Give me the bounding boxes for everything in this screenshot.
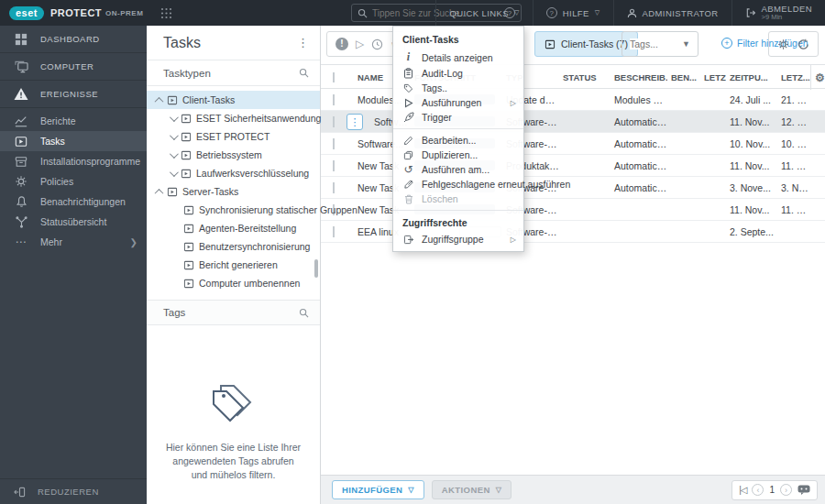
access-group-icon	[402, 235, 414, 245]
run-icon[interactable]: ▷	[356, 38, 364, 50]
tree-item-eset-sicherheitsanwendung[interactable]: ESET Sicherheitsanwendung	[147, 109, 320, 127]
tree-item-server-tasks[interactable]: Server-Tasks	[147, 182, 320, 201]
tags-filter-dropdown[interactable]: ▼	[622, 31, 698, 57]
menu-item-label: Löschen	[422, 193, 458, 204]
menu-item-fehlgeschlagene-erneut[interactable]: Fehlgeschlagene erneut ausführen	[393, 177, 523, 192]
row-checkbox[interactable]	[333, 94, 335, 105]
pen-retry-icon	[402, 180, 414, 190]
menu-item-details-anzeigen[interactable]: i Details anzeigen	[393, 49, 523, 66]
info-icon: i	[402, 50, 414, 64]
next-page-icon[interactable]: ›	[780, 484, 792, 496]
column-header-ben[interactable]: BEN...	[667, 72, 700, 82]
chevron-down-icon: ▼	[682, 39, 690, 49]
logout-button[interactable]: ABMELDEN >9 Min	[732, 0, 825, 26]
row-checkbox[interactable]	[333, 226, 335, 237]
collapse-icon	[14, 487, 26, 498]
user-icon	[627, 8, 637, 18]
select-all-checkbox[interactable]	[333, 72, 335, 82]
sidebar-item-ereignisse[interactable]: EREIGNISSE	[0, 81, 147, 108]
help-label: HILFE	[563, 8, 589, 18]
tree-item-laufwerksverschluesselung[interactable]: Laufwerksverschlüsselung	[147, 164, 320, 182]
tree-item-computer-umbenennen[interactable]: Computer umbenennen	[147, 274, 320, 292]
more-dots-icon: ⋯	[14, 236, 28, 248]
help-menu[interactable]: ? HILFE▽	[533, 0, 613, 26]
sidebar-item-tasks[interactable]: Tasks	[0, 131, 147, 151]
gear-icon	[14, 175, 28, 188]
chevron-down-icon: ▽	[408, 486, 414, 494]
menu-item-ausfuehren-am[interactable]: ↺ Ausführen am...	[393, 162, 523, 177]
schedule-icon[interactable]	[371, 38, 383, 50]
tree-item-bericht-generieren[interactable]: Bericht generieren	[147, 256, 320, 274]
menu-item-duplizieren[interactable]: Duplizieren...	[393, 148, 523, 162]
column-header-beschreibung[interactable]: BESCHREIB...	[610, 72, 667, 82]
row-checkbox[interactable]	[333, 182, 335, 193]
first-page-icon[interactable]: |◁	[739, 485, 746, 495]
menu-item-ausfuehrungen[interactable]: Ausführungen ▷	[393, 95, 523, 110]
hinzufuegen-label: HINZUFÜGEN	[342, 485, 402, 495]
collapse-sidebar-button[interactable]: REDUZIEREN	[0, 478, 147, 504]
app-grid-icon[interactable]	[160, 7, 172, 19]
tag-icon	[402, 83, 414, 93]
column-header-zeitpunkt[interactable]: ZEITPU...	[726, 72, 777, 82]
sidebar-item-dashboard[interactable]: DASHBOARD	[0, 26, 147, 53]
tree-item-betriebssystem[interactable]: Betriebssystem	[147, 146, 320, 164]
search-icon[interactable]	[299, 308, 309, 318]
sidebar-item-benachrichtigungen[interactable]: Benachrichtigungen	[0, 192, 147, 212]
history-icon: ↺	[402, 164, 414, 175]
sidebar-item-computer[interactable]: COMPUTER	[0, 53, 147, 81]
tasktype-icon	[181, 150, 192, 160]
menu-item-audit-log[interactable]: Audit-Log	[393, 66, 523, 81]
expand-caret-icon[interactable]	[170, 149, 179, 159]
feedback-bubble-icon[interactable]	[798, 485, 810, 495]
task-zeitpunkt: 24. Juli ...	[726, 94, 777, 105]
submenu-arrow-icon: ▷	[511, 99, 516, 107]
expand-caret-icon[interactable]	[170, 131, 179, 140]
chevron-down-icon: ▽	[496, 486, 502, 494]
expand-caret-icon[interactable]	[170, 168, 179, 177]
tree-item-benutzersynchronisierung[interactable]: Benutzersynchronisierung	[147, 237, 320, 256]
hinzufuegen-button[interactable]: HINZUFÜGEN▽	[332, 480, 424, 499]
details-icon[interactable]: !	[336, 38, 348, 50]
menu-item-zugriffsgruppe[interactable]: Zugriffsgruppe ▷	[393, 232, 523, 247]
panel-menu-icon[interactable]: ⋮	[297, 36, 309, 49]
menu-item-tags[interactable]: Tags..	[393, 81, 523, 95]
search-icon[interactable]	[299, 68, 309, 78]
collapse-caret-icon[interactable]	[155, 188, 164, 197]
refresh-icon[interactable]	[798, 38, 809, 50]
row-checkbox[interactable]	[333, 160, 335, 171]
tree-item-agenten-bereitstellung[interactable]: Agenten-Bereitstellung	[147, 219, 320, 237]
task-zeitpunkt: 11. Nov...	[726, 116, 777, 127]
tree-item-client-tasks[interactable]: Client-Tasks	[147, 91, 320, 109]
quick-links-menu[interactable]: QUICK LINKS▽	[435, 0, 532, 26]
row-context-menu-button[interactable]: ⋮	[346, 114, 363, 130]
sidebar-item-installationsprogramme[interactable]: Installationsprogramme	[0, 151, 147, 171]
user-menu[interactable]: ADMINISTRATOR	[613, 0, 732, 26]
previous-page-icon[interactable]: ‹	[752, 484, 764, 496]
tree-item-synchronisierung[interactable]: Synchronisierung statischer Gruppen	[147, 201, 320, 219]
alert-triangle-icon	[14, 87, 28, 101]
column-header-letz1[interactable]: LETZ...	[700, 72, 726, 82]
menu-item-label: Duplizieren...	[422, 149, 478, 160]
tree-item-eset-protect[interactable]: ESET PROTECT	[147, 127, 320, 146]
tags-filter-input[interactable]	[630, 38, 672, 49]
row-checkbox[interactable]	[333, 138, 335, 149]
column-settings-gear-icon[interactable]: ⚙	[810, 65, 825, 90]
sidebar-item-berichte[interactable]: Berichte	[0, 111, 147, 131]
gear-icon[interactable]	[777, 38, 789, 50]
bell-icon	[14, 195, 28, 208]
row-checkbox[interactable]	[333, 116, 335, 127]
plus-icon: +	[721, 38, 732, 49]
menu-item-loeschen[interactable]: Löschen	[393, 192, 523, 206]
sidebar-item-policies[interactable]: Policies	[0, 171, 147, 192]
panel-scrollbar-thumb[interactable]	[314, 259, 318, 278]
menu-item-trigger[interactable]: Trigger	[393, 110, 523, 125]
collapse-caret-icon[interactable]	[155, 96, 164, 105]
column-header-letz2[interactable]: LETZ...	[777, 72, 810, 82]
sidebar-item-mehr[interactable]: ⋯ Mehr ❯	[0, 232, 147, 252]
expand-caret-icon[interactable]	[170, 113, 179, 122]
aktionen-button[interactable]: AKTIONEN▽	[432, 480, 512, 499]
menu-item-bearbeiten[interactable]: Bearbeiten...	[393, 133, 523, 148]
tree-item-label: Computer umbenennen	[199, 278, 300, 289]
sidebar-item-statusuebersicht[interactable]: Statusübersicht	[0, 212, 147, 232]
column-header-status[interactable]: STATUS	[559, 72, 610, 82]
